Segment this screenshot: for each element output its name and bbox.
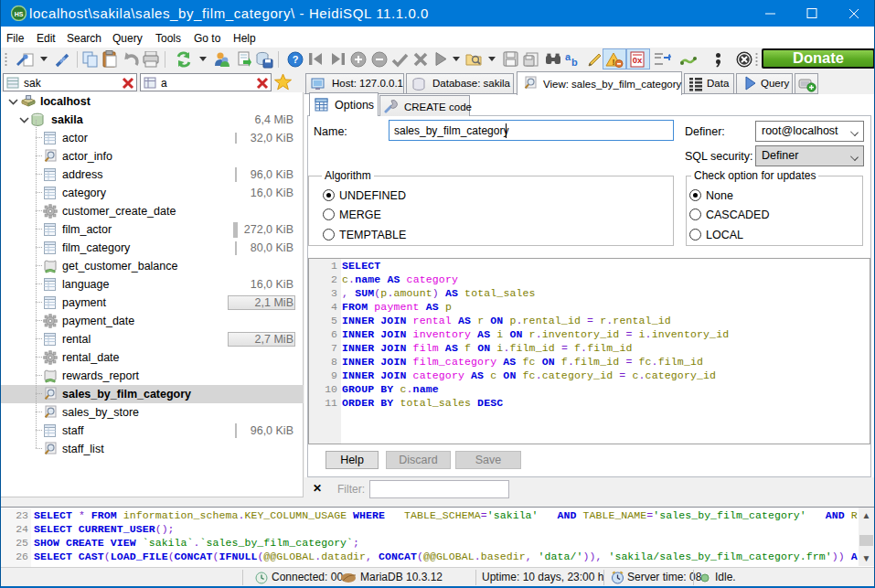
svg-text:!: ! (613, 58, 615, 67)
svg-text:b: b (571, 57, 578, 68)
svg-text:?: ? (293, 54, 299, 65)
svg-text:0x: 0x (633, 55, 643, 65)
svg-text:a: a (565, 51, 571, 62)
svg-text:HS: HS (15, 11, 24, 17)
